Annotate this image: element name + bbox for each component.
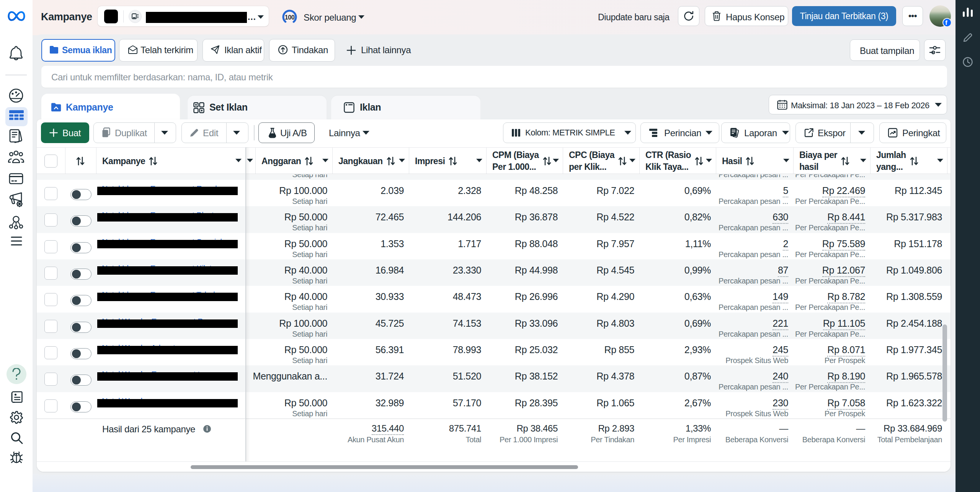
svg-text:100: 100 xyxy=(285,14,295,21)
